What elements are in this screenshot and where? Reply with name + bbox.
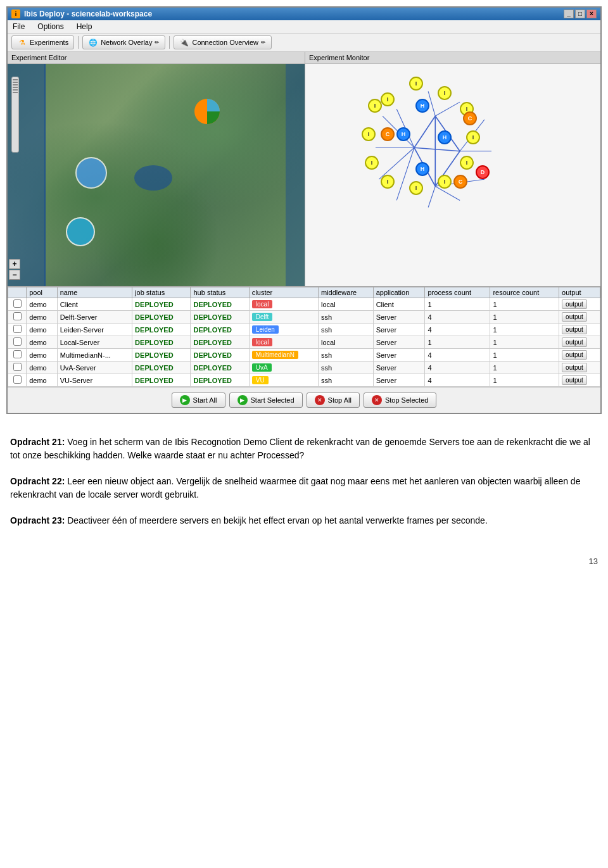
row-select-checkbox[interactable] <box>13 350 22 358</box>
row-select-checkbox[interactable] <box>13 363 22 371</box>
cell-name: VU-Server <box>57 374 132 387</box>
menu-help[interactable]: Help <box>74 22 95 32</box>
zoom-out-button[interactable]: − <box>9 270 20 280</box>
row-select-checkbox[interactable] <box>13 299 22 308</box>
cell-cluster: local <box>249 298 318 311</box>
slider-tick <box>13 92 18 93</box>
experiment-table: pool name job status hub status cluster … <box>8 287 600 387</box>
window-controls: _ □ × <box>564 9 597 18</box>
cell-job-status: DEPLOYED <box>132 298 191 311</box>
svg-line-15 <box>435 186 460 200</box>
hub-node-3: H <box>438 130 452 144</box>
output-button[interactable]: output <box>562 325 587 334</box>
output-button[interactable]: output <box>562 363 587 372</box>
cell-middleware: local <box>318 336 373 349</box>
row-select-checkbox[interactable] <box>13 375 22 384</box>
opdracht-22-label: Opdracht 22: <box>10 476 65 486</box>
col-header-job-status: job status <box>132 287 191 298</box>
left-panel-title: Experiment Editor <box>8 52 305 64</box>
maximize-button[interactable]: □ <box>575 9 585 18</box>
cell-output: output <box>559 298 600 311</box>
stop-selected-button[interactable]: ✕ Stop Selected <box>364 393 437 408</box>
cell-job-status: DEPLOYED <box>132 324 191 336</box>
main-window: i Ibis Deploy - sciencelab-workspace _ □… <box>6 6 602 414</box>
hub-node-1: H <box>415 99 429 113</box>
output-button[interactable]: output <box>562 337 587 347</box>
cell-middleware: local <box>318 298 373 311</box>
cell-job-status: DEPLOYED <box>132 336 191 349</box>
cell-pool: demo <box>27 324 58 336</box>
slider-tick <box>13 87 18 88</box>
menu-options[interactable]: Options <box>35 22 66 32</box>
cell-resource-count: 1 <box>490 311 559 324</box>
cell-hub-status: DEPLOYED <box>191 349 249 362</box>
col-header-middleware: middleware <box>318 287 373 298</box>
menu-file[interactable]: File <box>10 22 27 32</box>
map-node-blue <box>65 216 96 248</box>
row-checkbox[interactable] <box>8 374 27 387</box>
cell-hub-status: DEPLOYED <box>191 324 249 336</box>
zoom-in-button[interactable]: + <box>9 259 20 269</box>
row-checkbox[interactable] <box>8 336 27 349</box>
row-checkbox[interactable] <box>8 311 27 324</box>
row-select-checkbox[interactable] <box>13 325 22 333</box>
cell-process-count: 1 <box>425 336 490 349</box>
map-lake <box>134 165 172 191</box>
row-checkbox[interactable] <box>8 324 27 336</box>
cell-job-status: DEPLOYED <box>132 362 191 374</box>
client-node-2: C <box>463 111 477 125</box>
col-header-name: name <box>57 287 132 298</box>
instance-node-10: I <box>365 156 379 170</box>
toolbar-separator-2 <box>169 36 170 49</box>
cell-resource-count: 1 <box>490 324 559 336</box>
start-all-button[interactable]: ▶ Start All <box>172 393 225 408</box>
tab-experiments[interactable]: ⚗ Experiments <box>11 35 74 49</box>
output-button[interactable]: output <box>562 350 587 360</box>
row-checkbox[interactable] <box>8 349 27 362</box>
client-node-1: C <box>381 127 395 141</box>
opdracht-21-label: Opdracht 21: <box>10 437 65 447</box>
stop-all-button[interactable]: ✕ Stop All <box>307 393 360 408</box>
stop-selected-icon: ✕ <box>372 395 382 405</box>
map-water-right <box>286 64 305 286</box>
right-panel-title: Experiment Monitor <box>305 52 600 64</box>
row-select-checkbox[interactable] <box>13 337 22 346</box>
app-icon: i <box>11 9 20 18</box>
instance-node-12: I <box>368 99 382 113</box>
cell-pool: demo <box>27 362 58 374</box>
cell-job-status: DEPLOYED <box>132 311 191 324</box>
cell-application: Server <box>373 362 425 374</box>
minimize-button[interactable]: _ <box>564 9 574 18</box>
edit-icon: ✏ <box>155 39 160 46</box>
start-selected-button[interactable]: ▶ Start Selected <box>229 393 303 408</box>
output-button[interactable]: output <box>562 312 587 322</box>
close-button[interactable]: × <box>586 9 597 18</box>
cell-hub-status: DEPLOYED <box>191 298 249 311</box>
text-content-area: Opdracht 21: Voeg in het scherm van de I… <box>0 420 608 550</box>
row-checkbox[interactable] <box>8 298 27 311</box>
cell-process-count: 4 <box>425 311 490 324</box>
row-select-checkbox[interactable] <box>13 312 22 320</box>
vertical-slider[interactable] <box>11 77 19 153</box>
data-table-area: pool name job status hub status cluster … <box>8 286 600 387</box>
svg-line-11 <box>435 102 460 116</box>
network-canvas: H H H H I I I I I I I I I I I I C C <box>305 64 600 286</box>
cell-cluster: UvA <box>249 362 318 374</box>
output-button[interactable]: output <box>562 375 587 385</box>
cell-pool: demo <box>27 349 58 362</box>
cell-name: Local-Server <box>57 336 132 349</box>
table-row: demo Delft-Server DEPLOYED DEPLOYED Delf… <box>8 311 600 324</box>
zoom-controls: + − <box>9 259 20 280</box>
output-button[interactable]: output <box>562 299 587 309</box>
row-checkbox[interactable] <box>8 362 27 374</box>
tab-connection-overview[interactable]: 🔌 Connection Overview ✏ <box>174 35 272 49</box>
main-split-area: Experiment Editor <box>8 52 600 286</box>
cell-output: output <box>559 336 600 349</box>
col-header-resource-count: resource count <box>490 287 559 298</box>
instance-node-9: I <box>381 175 395 189</box>
cell-name: Delft-Server <box>57 311 132 324</box>
instance-node-11: I <box>362 127 376 141</box>
cell-middleware: ssh <box>318 324 373 336</box>
cell-cluster: VU <box>249 374 318 387</box>
tab-network-overlay[interactable]: 🌐 Network Overlay ✏ <box>82 35 165 49</box>
